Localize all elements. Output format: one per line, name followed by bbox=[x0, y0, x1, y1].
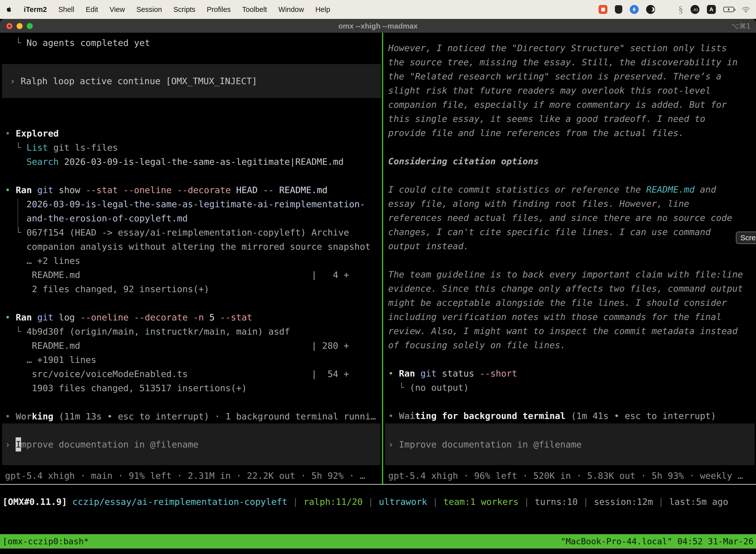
terminal-line bbox=[5, 296, 382, 310]
terminal-line: … +1901 lines bbox=[5, 353, 382, 367]
terminal-line: Search 2026-03-09-is-legal-the-same-as-l… bbox=[5, 155, 382, 169]
terminal-line bbox=[388, 352, 756, 366]
terminal-line: of focusing solely on file lines. bbox=[388, 338, 756, 352]
eclipse-icon[interactable] bbox=[646, 5, 655, 14]
window-shortcut-badge: ⌥⌘1 bbox=[731, 19, 751, 33]
inject-banner: › Ralph loop active continue [OMX_TMUX_I… bbox=[2, 64, 381, 98]
terminal-line: README.md | 4 + bbox=[5, 268, 382, 282]
right-pane-lines: However, I noticed the "Directory Struct… bbox=[383, 33, 756, 423]
status-segment: turns:10 bbox=[535, 497, 578, 507]
terminal-content: └ No agents completed yet› Ralph loop ac… bbox=[0, 33, 756, 554]
status-segment: cczip/essay/ai-reimplementation-copyleft bbox=[72, 497, 288, 507]
terminal-line: README.md | 280 + bbox=[5, 339, 382, 353]
left-pane-lines: └ No agents completed yet› Ralph loop ac… bbox=[0, 33, 382, 424]
terminal-line bbox=[5, 50, 382, 64]
terminal-line: 1903 files changed, 513517 insertions(+) bbox=[5, 381, 382, 395]
terminal-line: └ No agents completed yet bbox=[5, 36, 382, 50]
menu-item-help[interactable]: Help bbox=[315, 5, 330, 14]
terminal-line: including verification notes with those … bbox=[388, 310, 756, 324]
status-segment: [OMX#0.11.9] bbox=[2, 497, 67, 507]
terminal-line: Considering citation options bbox=[388, 154, 756, 168]
terminal-line bbox=[5, 395, 382, 409]
blue-bolt-badge-icon[interactable] bbox=[630, 5, 639, 14]
terminal-line: changes, I can't cite specific file line… bbox=[388, 225, 756, 239]
menu-item-view[interactable]: View bbox=[109, 5, 125, 14]
shield-grid-icon[interactable] bbox=[615, 5, 622, 14]
terminal-line: evidence. Since this change only affects… bbox=[388, 281, 756, 296]
agent-pane-left[interactable]: └ No agents completed yet› Ralph loop ac… bbox=[0, 33, 382, 484]
terminal-line: • Waiting for background terminal (1m 41… bbox=[388, 409, 756, 423]
wifi-icon[interactable] bbox=[742, 6, 750, 13]
status-segment: | bbox=[578, 497, 594, 507]
tmux-status-bar: [omx-cczip0:bash* "MacBook-Pro-44.local"… bbox=[0, 534, 756, 549]
title-bar[interactable]: omx --xhigh --madmax ⌥⌘1 bbox=[0, 19, 756, 33]
menu-item-profiles[interactable]: Profiles bbox=[207, 5, 231, 14]
status-segment: | bbox=[653, 497, 669, 507]
text-cursor: I bbox=[16, 437, 21, 451]
terminal-line: • Ran git log --oneline --decorate -n 5 … bbox=[5, 310, 382, 324]
status-segment: | bbox=[427, 497, 443, 507]
dots-grid-icon[interactable] bbox=[663, 5, 671, 14]
terminal-line: src/voice/voiceModeEnabled.ts | 54 + bbox=[5, 367, 382, 381]
agent-pane-right[interactable]: However, I noticed the "Directory Struct… bbox=[383, 33, 756, 484]
menu-item-session[interactable]: Session bbox=[136, 5, 162, 14]
prompt-placeholder: mprove documentation in @filename bbox=[21, 437, 198, 451]
apple-menu-icon[interactable] bbox=[6, 6, 12, 13]
prompt-chevron-icon: › bbox=[5, 437, 16, 451]
terminal-line: essay file, along with finding root file… bbox=[388, 197, 756, 211]
status-segment: | bbox=[288, 497, 304, 507]
terminal-line: provide file and line references from th… bbox=[388, 126, 756, 140]
iterm-window: omx --xhigh --madmax ⌥⌘1 └ No agents com… bbox=[0, 19, 756, 554]
menu-item-shell[interactable]: Shell bbox=[58, 5, 74, 14]
input-source-icon[interactable]: A bbox=[707, 5, 716, 14]
terminal-line: … +2 lines bbox=[5, 254, 382, 268]
terminal-line: companion file, especially if more comme… bbox=[388, 98, 756, 112]
menu-item-window[interactable]: Window bbox=[278, 5, 304, 14]
status-segment: | bbox=[363, 497, 379, 507]
menu-item-iterm2[interactable]: iTerm2 bbox=[24, 5, 47, 14]
terminal-line: slight risk that future readers may over… bbox=[388, 84, 756, 98]
status-segment: session:12m bbox=[594, 497, 653, 507]
terminal-line bbox=[5, 112, 382, 126]
terminal-line: companion analysis without altering the … bbox=[5, 239, 382, 254]
terminal-line: the "Related research writing" section i… bbox=[388, 69, 756, 84]
terminal-line bbox=[5, 98, 382, 112]
battery-charging-icon[interactable] bbox=[723, 7, 734, 12]
status-segment: ralph:11/20 bbox=[304, 497, 363, 507]
terminal-line: 2026-03-09-is-legal-the-same-as-legitima… bbox=[5, 197, 382, 211]
terminal-line: • Ran git status --short bbox=[388, 366, 756, 381]
terminal-line: However, I noticed the "Directory Struct… bbox=[388, 41, 756, 55]
terminal-line: • Explored bbox=[5, 126, 382, 141]
terminal-line: output instead. bbox=[388, 239, 756, 253]
left-prompt-box[interactable]: › Improve documentation in @filename bbox=[2, 424, 380, 465]
terminal-line bbox=[388, 168, 756, 182]
tmux-session-label: [omx-cczip0:bash* bbox=[2, 536, 89, 546]
menu-item-toolbelt[interactable]: Toolbelt bbox=[242, 5, 267, 14]
terminal-line: the source tree, missing the essay. Stil… bbox=[388, 55, 756, 69]
left-session-status: gpt-5.4 xhigh · main · 91% left · 2.31M … bbox=[5, 468, 365, 483]
menu-bar: iTerm2 Shell Edit View Session Scripts P… bbox=[0, 0, 756, 19]
terminal-line: and-the-erosion-of-copyleft.md bbox=[5, 211, 382, 225]
terminal-line bbox=[388, 395, 756, 409]
omx-status-line: [OMX#0.11.9] cczip/essay/ai-reimplementa… bbox=[2, 497, 756, 507]
terminal-line: review. Also, I might want to inspect th… bbox=[388, 324, 756, 338]
terminal-line: └ List git ls-files bbox=[5, 141, 382, 155]
terminal-line: I could cite commit statistics or refere… bbox=[388, 182, 756, 197]
tree-guide-line bbox=[18, 199, 18, 227]
status-segment: team:1 workers bbox=[443, 497, 518, 507]
status-segment: | bbox=[519, 497, 535, 507]
status-segment: last:5m ago bbox=[669, 497, 728, 507]
menu-item-edit[interactable]: Edit bbox=[85, 5, 98, 14]
menu-item-scripts[interactable]: Scripts bbox=[173, 5, 195, 14]
terminal-line bbox=[388, 253, 756, 267]
squiggle-icon[interactable]: § bbox=[678, 4, 683, 15]
screen-tooltip: Scre bbox=[736, 232, 756, 244]
terminal-line: The team guideline is to back every impo… bbox=[388, 267, 756, 281]
terminal-line: └ 067f154 (HEAD -> essay/ai-reimplementa… bbox=[5, 225, 382, 239]
badge-61-icon[interactable]: ..61 bbox=[691, 5, 699, 14]
screen-tooltip-label: Scre bbox=[740, 233, 756, 242]
right-prompt-box[interactable]: › Improve documentation in @filename bbox=[385, 424, 755, 465]
prompt-chevron-icon: › bbox=[388, 437, 399, 451]
screen-record-indicator-icon[interactable] bbox=[598, 5, 608, 14]
terminal-line: 2 files changed, 92 insertions(+) bbox=[5, 282, 382, 296]
